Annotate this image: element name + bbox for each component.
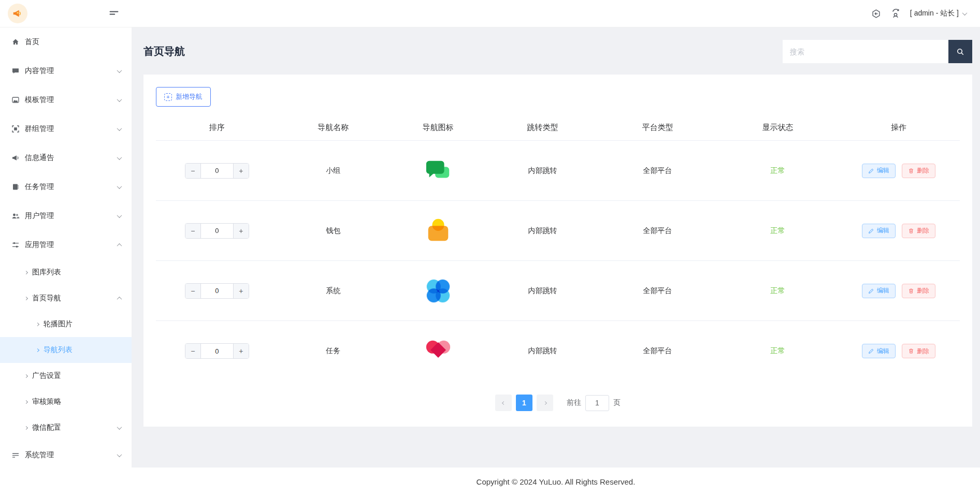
chevron-down-icon <box>962 10 968 16</box>
sidebar-item-template[interactable]: 模板管理 <box>0 85 132 114</box>
search-button[interactable] <box>948 40 972 63</box>
col-header-icon: 导航图标 <box>388 123 488 133</box>
sidebar-item-audit-policy[interactable]: 审核策略 <box>0 389 132 415</box>
sidebar-item-gallery-list[interactable]: 图库列表 <box>0 259 132 285</box>
next-page-button[interactable] <box>537 395 553 411</box>
search-input[interactable] <box>783 40 948 63</box>
nav-name: 钱包 <box>278 226 388 236</box>
edit-button[interactable]: 编辑 <box>862 284 896 298</box>
users-icon <box>11 212 20 220</box>
footer: Copyright © 2024 YuLuo. All Rights Reser… <box>132 468 980 496</box>
decrease-button[interactable]: − <box>185 344 201 358</box>
prev-page-button[interactable] <box>495 395 512 411</box>
sidebar-item-task[interactable]: 任务管理 <box>0 172 132 201</box>
decrease-button[interactable]: − <box>185 224 201 238</box>
dashed-plus-icon: + <box>164 93 172 101</box>
col-header-name: 导航名称 <box>278 123 388 133</box>
sort-value-input[interactable] <box>201 224 233 238</box>
sort-value-input[interactable] <box>201 284 233 298</box>
increase-button[interactable]: + <box>233 164 249 178</box>
content-card: + 新增导航 排序 导航名称 导航图标 跳转类型 平台类型 显示状态 操作 − <box>143 75 972 427</box>
chevron-left-icon <box>501 401 505 404</box>
platform-type: 全部平台 <box>597 226 718 236</box>
sidebar-item-system[interactable]: 系统管理 <box>0 441 132 470</box>
platform-type: 全部平台 <box>597 286 718 296</box>
platform-type: 全部平台 <box>597 166 718 176</box>
sidebar-item-carousel[interactable]: 轮播图片 <box>0 311 132 337</box>
sidebar-item-label: 审核策略 <box>32 397 121 406</box>
sidebar-item-nav-list[interactable]: 导航列表 <box>0 337 132 363</box>
status-badge: 正常 <box>718 166 838 176</box>
hexagon-arrow-icon[interactable] <box>871 9 881 19</box>
sidebar-item-ad-settings[interactable]: 广告设置 <box>0 363 132 389</box>
notebook-icon <box>11 183 20 191</box>
page-1-button[interactable]: 1 <box>516 395 532 411</box>
pencil-icon <box>868 348 874 354</box>
jump-type: 内部跳转 <box>488 346 597 356</box>
sidebar-item-label: 首页导航 <box>32 294 118 303</box>
submenu-arrow-icon <box>25 401 27 403</box>
nav-table: 排序 导航名称 导航图标 跳转类型 平台类型 显示状态 操作 − + <box>156 115 960 381</box>
col-header-actions: 操作 <box>838 123 960 133</box>
collapse-menu-icon[interactable] <box>109 8 119 19</box>
sort-value-input[interactable] <box>201 344 233 358</box>
chevron-right-icon <box>543 401 546 404</box>
sidebar-item-label: 应用管理 <box>25 240 118 250</box>
submenu-arrow-icon <box>25 427 27 429</box>
increase-button[interactable]: + <box>233 344 249 358</box>
increase-button[interactable]: + <box>233 224 249 238</box>
sidebar-item-app[interactable]: 应用管理 <box>0 230 132 259</box>
pencil-icon <box>868 168 874 174</box>
sidebar-item-label: 导航列表 <box>44 345 121 355</box>
status-badge: 正常 <box>718 286 838 296</box>
megaphone-icon <box>11 154 20 162</box>
chevron-icon <box>117 68 122 73</box>
submenu-arrow-icon <box>36 323 39 326</box>
col-header-jump: 跳转类型 <box>488 123 597 133</box>
sort-value-input[interactable] <box>201 164 233 178</box>
delete-button[interactable]: 删除 <box>902 164 935 178</box>
sidebar-item-label: 模板管理 <box>25 95 118 105</box>
delete-button[interactable]: 删除 <box>902 344 935 358</box>
trash-icon <box>908 348 914 354</box>
trash-icon <box>908 168 914 174</box>
sidebar-item-group[interactable]: 群组管理 <box>0 114 132 143</box>
goto-page-input[interactable] <box>585 395 609 411</box>
copyright-text: Copyright © 2024 YuLuo. All Rights Reser… <box>477 477 636 486</box>
sidebar-item-user[interactable]: 用户管理 <box>0 201 132 230</box>
chevron-icon <box>117 296 122 301</box>
sidebar-item-wechat-config[interactable]: 微信配置 <box>0 415 132 441</box>
sidebar-item-label: 图库列表 <box>32 268 121 277</box>
edit-button[interactable]: 编辑 <box>862 344 896 358</box>
delete-button[interactable]: 删除 <box>902 284 935 298</box>
pagination: 1 前往 页 <box>156 395 960 411</box>
user-dropdown[interactable]: [ admin - 站长 ] <box>910 9 967 18</box>
submenu-arrow-icon <box>25 271 27 274</box>
pencil-icon <box>868 228 874 234</box>
trash-icon <box>908 288 914 294</box>
chevron-icon <box>117 97 122 102</box>
add-nav-button[interactable]: + 新增导航 <box>156 87 211 107</box>
increase-button[interactable]: + <box>233 284 249 298</box>
sidebar-item-home-nav[interactable]: 首页导航 <box>0 285 132 311</box>
sidebar-item-label: 系统管理 <box>25 450 118 460</box>
sidebar-item-label: 微信配置 <box>32 423 118 432</box>
delete-button[interactable]: 删除 <box>902 224 935 238</box>
chevron-icon <box>117 155 122 160</box>
decrease-button[interactable]: − <box>185 284 201 298</box>
edit-button[interactable]: 编辑 <box>862 164 896 178</box>
group-frame-icon <box>11 125 20 133</box>
sidebar-item-notice[interactable]: 信息通告 <box>0 143 132 172</box>
chevron-icon <box>117 126 122 131</box>
sidebar-item-home[interactable]: 首页 <box>0 27 132 56</box>
decrease-button[interactable]: − <box>185 164 201 178</box>
edit-button[interactable]: 编辑 <box>862 224 896 238</box>
user-refresh-icon[interactable] <box>890 8 901 19</box>
green-chat-bubbles-icon <box>388 157 488 185</box>
nav-name: 系统 <box>278 286 388 296</box>
sidebar-item-content[interactable]: 内容管理 <box>0 56 132 85</box>
megaphone-logo-icon <box>12 8 23 19</box>
jump-type: 内部跳转 <box>488 286 597 296</box>
heart-icon <box>388 337 488 365</box>
orange-bag-icon <box>388 217 488 245</box>
